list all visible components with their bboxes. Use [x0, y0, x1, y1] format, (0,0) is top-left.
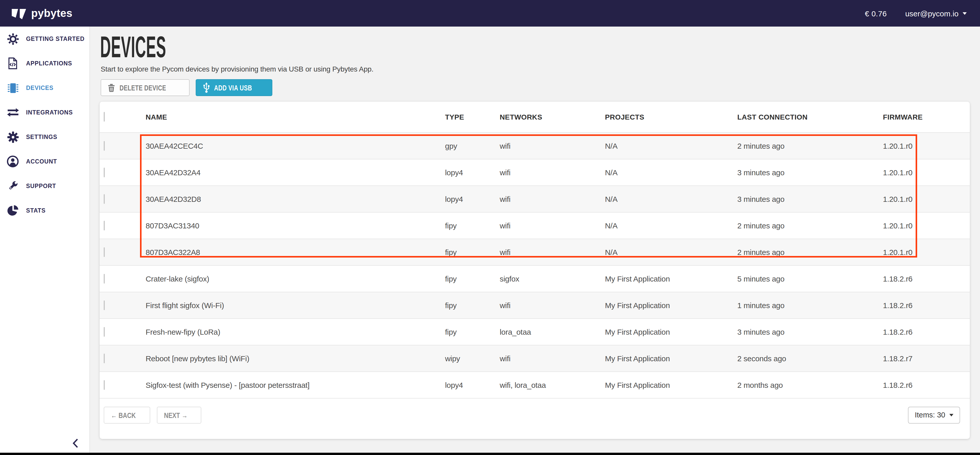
next-label: NEXT →	[164, 410, 187, 419]
device-last-connection: 2 months ago	[737, 381, 883, 389]
row-checkbox[interactable]	[104, 300, 105, 310]
device-projects: N/A	[605, 221, 737, 230]
usb-icon	[203, 82, 210, 93]
sidebar-item-applications[interactable]: APPLICATIONS	[0, 51, 89, 76]
row-checkbox[interactable]	[104, 327, 105, 336]
toolbar: DELETE DEVICE	[101, 79, 980, 96]
account-balance: € 0.76	[865, 9, 887, 18]
device-firmware: 1.18.2.r6	[883, 381, 970, 389]
items-per-page-dropdown[interactable]: Items: 30	[908, 406, 960, 423]
table-row[interactable]: 30AEA42D32A4 lopy4 wifi N/A 3 minutes ag…	[100, 159, 970, 186]
device-firmware: 1.20.1.r0	[883, 142, 970, 150]
top-navbar: pybytes € 0.76 user@pycom.io	[0, 0, 980, 27]
sidebar-item-label: GETTING STARTED	[26, 36, 84, 42]
sidebar-item-support[interactable]: SUPPORT	[0, 174, 89, 198]
device-last-connection: 3 minutes ago	[737, 328, 883, 336]
row-checkbox[interactable]	[104, 274, 105, 283]
device-last-connection: 3 minutes ago	[737, 168, 883, 177]
devices-table-card: NAME TYPE NETWORKS PROJECTS LAST CONNECT…	[100, 102, 970, 439]
device-name: 30AEA42CEC4C	[146, 142, 445, 150]
device-firmware: 1.20.1.r0	[883, 168, 970, 177]
wrench-icon	[6, 180, 20, 192]
table-row[interactable]: 807D3AC31340 fipy wifi N/A 2 minutes ago…	[100, 213, 970, 239]
device-firmware: 1.20.1.r0	[883, 221, 970, 230]
device-type: lopy4	[445, 195, 500, 204]
row-checkbox[interactable]	[104, 247, 105, 257]
pybytes-logo[interactable]: pybytes	[12, 7, 73, 19]
sidebar-item-settings[interactable]: SETTINGS	[0, 125, 89, 149]
screen-bottom-edge	[0, 453, 980, 455]
back-button[interactable]: ← BACK	[104, 406, 150, 423]
table-row[interactable]: Sigfox-test (with Pysense) - [pastoor pe…	[100, 372, 970, 399]
device-name: Crater-lake (sigfox)	[146, 274, 445, 283]
table-row[interactable]: Fresh-new-fipy (LoRa) fipy lora_otaa My …	[100, 319, 970, 345]
table-row[interactable]: 30AEA42CEC4C gpy wifi N/A 2 minutes ago …	[100, 133, 970, 159]
row-checkbox[interactable]	[104, 380, 105, 390]
row-checkbox[interactable]	[104, 194, 105, 204]
device-networks: wifi, lora_otaa	[500, 381, 605, 389]
column-header-projects: PROJECTS	[605, 113, 737, 121]
gear-icon	[6, 131, 20, 143]
device-name: 807D3AC322A8	[146, 248, 445, 256]
table-row[interactable]: First flight sigfox (Wi-Fi) fipy wifi My…	[100, 292, 970, 319]
device-networks: wifi	[500, 248, 605, 256]
sidebar-item-account[interactable]: ACCOUNT	[0, 149, 89, 174]
column-header-type: TYPE	[445, 113, 500, 121]
device-projects: My First Application	[605, 354, 737, 363]
sidebar-item-getting-started[interactable]: GETTING STARTED	[0, 27, 89, 51]
device-projects: My First Application	[605, 328, 737, 336]
device-projects: My First Application	[605, 301, 737, 310]
sidebar-item-stats[interactable]: STATS	[0, 198, 89, 223]
device-projects: My First Application	[605, 274, 737, 283]
device-last-connection: 1 minutes ago	[737, 301, 883, 310]
device-last-connection: 3 minutes ago	[737, 195, 883, 204]
sun-icon	[6, 33, 20, 45]
device-projects: N/A	[605, 248, 737, 256]
user-email: user@pycom.io	[905, 9, 959, 18]
device-firmware: 1.18.2.r6	[883, 301, 970, 310]
device-firmware: 1.18.2.r7	[883, 354, 970, 363]
device-networks: wifi	[500, 168, 605, 177]
delete-device-button[interactable]: DELETE DEVICE	[101, 79, 189, 96]
page-title: DEVICES	[100, 34, 980, 60]
sidebar-item-devices[interactable]: DEVICES	[0, 76, 89, 100]
device-firmware: 1.20.1.r0	[883, 248, 970, 256]
table-row[interactable]: 807D3AC322A8 fipy wifi N/A 2 minutes ago…	[100, 239, 970, 266]
table-row[interactable]: Crater-lake (sigfox) fipy sigfox My Firs…	[100, 266, 970, 292]
next-button[interactable]: NEXT →	[157, 406, 201, 423]
delete-device-label: DELETE DEVICE	[119, 83, 166, 92]
add-via-usb-button[interactable]: ADD VIA USB	[196, 79, 273, 96]
row-checkbox[interactable]	[104, 167, 105, 177]
device-networks: wifi	[500, 195, 605, 204]
device-type: fipy	[445, 301, 500, 310]
pie-chart-icon	[6, 204, 20, 216]
device-networks: wifi	[500, 142, 605, 150]
sidebar-item-label: ACCOUNT	[26, 158, 57, 164]
device-type: lopy4	[445, 381, 500, 389]
column-header-name: NAME	[146, 113, 445, 121]
user-menu[interactable]: user@pycom.io	[905, 9, 967, 18]
table-row[interactable]: 30AEA42D32D8 lopy4 wifi N/A 3 minutes ag…	[100, 186, 970, 213]
table-body: 30AEA42CEC4C gpy wifi N/A 2 minutes ago …	[100, 133, 970, 399]
select-all-checkbox[interactable]	[104, 112, 105, 122]
device-firmware: 1.18.2.r6	[883, 274, 970, 283]
sidebar-collapse-chevron[interactable]	[73, 438, 78, 448]
device-firmware: 1.18.2.r6	[883, 328, 970, 336]
sidebar-item-label: INTEGRATIONS	[26, 109, 73, 116]
device-projects: N/A	[605, 195, 737, 204]
trash-icon	[108, 84, 115, 92]
device-projects: N/A	[605, 142, 737, 150]
row-checkbox[interactable]	[104, 221, 105, 230]
device-firmware: 1.20.1.r0	[883, 195, 970, 204]
device-projects: N/A	[605, 168, 737, 177]
table-row[interactable]: Reboot [new pybytes lib] (WiFi) wipy wif…	[100, 345, 970, 372]
sidebar-item-label: SETTINGS	[26, 134, 57, 140]
chip-icon	[6, 81, 20, 95]
sidebar-item-integrations[interactable]: INTEGRATIONS	[0, 100, 89, 125]
device-type: lopy4	[445, 168, 500, 177]
app-window: pybytes € 0.76 user@pycom.io	[0, 0, 980, 455]
row-checkbox[interactable]	[104, 141, 105, 151]
column-header-firmware: FIRMWARE	[883, 113, 970, 121]
row-checkbox[interactable]	[104, 353, 105, 363]
add-via-usb-label: ADD VIA USB	[214, 83, 252, 92]
